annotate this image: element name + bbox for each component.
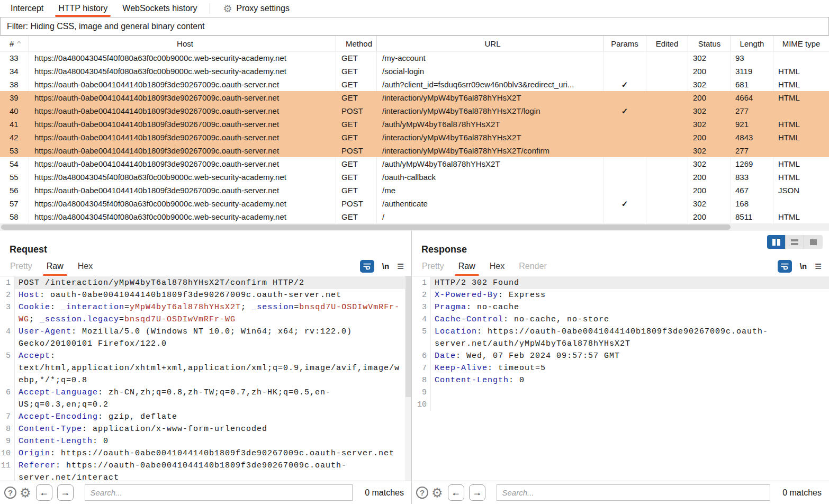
response-raw-editor[interactable]: 1 HTTP/2 302 Found 2 X-Powered-By: Expre… (412, 276, 829, 481)
proxy-tab-label: HTTP history (58, 4, 107, 13)
response-editor-line: 9 (412, 386, 829, 399)
column-header-number[interactable]: # ^ (0, 36, 29, 51)
request-editor-line: 7 Accept-Encoding: gzip, deflate (0, 411, 411, 423)
cell-method: GET (336, 51, 377, 65)
request-vertical-scrollbar[interactable] (405, 276, 411, 481)
request-search-input[interactable] (85, 484, 353, 501)
search-next-button[interactable]: → (469, 484, 485, 501)
editor-menu-icon[interactable]: ≡ (815, 260, 822, 272)
response-view-tab[interactable]: Raw (454, 256, 480, 276)
word-wrap-toggle-button[interactable] (360, 260, 374, 273)
layout-rows-button[interactable] (786, 235, 804, 249)
column-header-host[interactable]: Host (29, 36, 336, 51)
cell-method: POST (336, 104, 377, 118)
proxy-tab[interactable]: WebSockets history (115, 0, 204, 17)
search-settings-gear-icon[interactable]: ⚙ (431, 487, 443, 499)
table-row[interactable]: 57 https://0a480043045f40f080a63f0c00b90… (0, 197, 829, 210)
message-editor-split: Request Pretty Raw Hex (0, 231, 829, 504)
layout-columns-button[interactable] (767, 235, 786, 249)
column-header-url[interactable]: URL (377, 36, 603, 51)
cell-host: https://0a480043045f40f080a63f0c00b9000c… (29, 170, 336, 184)
line-content: X-Powered-By: Express (431, 289, 829, 301)
column-header-edited[interactable]: Edited (646, 36, 688, 51)
cell-status: 200 (688, 184, 731, 197)
cell-length: 168 (731, 197, 773, 210)
tab-proxy-settings[interactable]: ⚙ Proxy settings (215, 0, 297, 17)
cell-edited (646, 65, 688, 78)
line-content: User-Agent: Mozilla/5.0 (Windows NT 10.0… (15, 326, 411, 350)
line-number: 2 (412, 289, 431, 301)
cell-params-checkmark (603, 91, 646, 104)
table-row[interactable]: 42 https://oauth-0abe0041044140b1809f3de… (0, 131, 829, 144)
request-editor-line: 1 POST /interaction/yMpW4byT6al878hYHsX2… (0, 277, 411, 289)
response-editor-line: 6 Date: Wed, 07 Feb 2024 09:57:57 GMT (412, 350, 829, 362)
response-search-input[interactable] (497, 484, 771, 501)
response-editor-line: 1 HTTP/2 302 Found (412, 277, 829, 289)
layout-single-button[interactable] (804, 235, 823, 249)
layout-single-icon (810, 239, 817, 245)
proxy-tab[interactable]: HTTP history (51, 0, 115, 17)
search-previous-button[interactable]: ← (448, 484, 464, 501)
cell-number: 33 (0, 51, 29, 65)
help-icon[interactable]: ? (4, 487, 16, 499)
table-row[interactable]: 33 https://0a480043045f40f080a63f0c00b90… (0, 51, 829, 65)
response-view-tab[interactable]: Hex (485, 256, 509, 276)
word-wrap-toggle-button[interactable] (778, 260, 792, 273)
request-editor-line: 8 Content-Type: application/x-www-form-u… (0, 423, 411, 435)
line-content: Pragma: no-cache (431, 301, 829, 313)
line-content: Content-Length: 0 (431, 374, 829, 386)
line-number: 7 (412, 362, 431, 374)
help-icon[interactable]: ? (416, 487, 428, 499)
proxy-tab[interactable]: Intercept (3, 0, 51, 17)
table-row[interactable]: 54 https://oauth-0abe0041044140b1809f3de… (0, 157, 829, 170)
line-number: 5 (412, 326, 431, 350)
table-row[interactable]: 34 https://0a480043045f40f080a63f0c00b90… (0, 65, 829, 78)
newline-toggle-icon[interactable]: \n (382, 262, 389, 271)
table-row[interactable]: 38 https://oauth-0abe0041044140b1809f3de… (0, 78, 829, 91)
table-row[interactable]: 53 https://oauth-0abe0041044140b1809f3de… (0, 144, 829, 157)
editor-menu-icon[interactable]: ≡ (397, 260, 404, 272)
request-view-tab[interactable]: Raw (42, 256, 68, 276)
cell-mime-type: HTML (773, 91, 829, 104)
column-header-status[interactable]: Status (688, 36, 731, 51)
cell-url: /interaction/yMpW4byT6al878hYHsX2T/confi… (377, 144, 603, 157)
request-editor-line: 10 Origin: https://oauth-0abe0041044140b… (0, 447, 411, 460)
table-row[interactable]: 40 https://oauth-0abe0041044140b1809f3de… (0, 104, 829, 118)
line-number: 6 (412, 350, 431, 362)
table-row[interactable]: 58 https://0a480043045f40f080a63f0c00b90… (0, 210, 829, 223)
filter-bar[interactable]: Filter: Hiding CSS, image and general bi… (0, 17, 829, 35)
table-row[interactable]: 55 https://0a480043045f40f080a63f0c00b90… (0, 170, 829, 184)
cell-url: /me (377, 184, 603, 197)
cell-host: https://0a480043045f40f080a63f0c00b9000c… (29, 210, 336, 223)
request-view-tab[interactable]: Hex (73, 256, 97, 276)
table-row[interactable]: 39 https://oauth-0abe0041044140b1809f3de… (0, 91, 829, 104)
scrollbar-thumb[interactable] (1, 224, 731, 230)
line-number: 7 (0, 411, 15, 423)
cell-status: 302 (688, 118, 731, 131)
column-header-method[interactable]: Method (336, 36, 377, 51)
table-horizontal-scrollbar[interactable] (0, 223, 829, 231)
request-editor-line: 6 Accept-Language: zh-CN,zh;q=0.8,zh-TW;… (0, 386, 411, 411)
cell-edited (646, 51, 688, 65)
response-view-tab[interactable]: Pretty (417, 256, 449, 276)
request-raw-editor[interactable]: 1 POST /interaction/yMpW4byT6al878hYHsX2… (0, 276, 411, 481)
column-header-params[interactable]: Params (603, 36, 646, 51)
search-next-button[interactable]: → (57, 484, 74, 501)
search-settings-gear-icon[interactable]: ⚙ (20, 487, 31, 499)
cell-url: /oauth-callback (377, 170, 603, 184)
cell-edited (646, 184, 688, 197)
newline-toggle-icon[interactable]: \n (800, 262, 807, 271)
scrollbar-thumb[interactable] (406, 276, 411, 397)
table-row[interactable]: 41 https://oauth-0abe0041044140b1809f3de… (0, 118, 829, 131)
response-view-tab[interactable]: Render (514, 256, 551, 276)
line-number: 8 (0, 423, 15, 435)
line-content: Cache-Control: no-cache, no-store (431, 313, 829, 326)
http-history-table: # ^ Host Method URL Params Edited Status… (0, 35, 829, 231)
table-row[interactable]: 56 https://oauth-0abe0041044140b1809f3de… (0, 184, 829, 197)
cell-url: /auth/yMpW4byT6al878hYHsX2T (377, 118, 603, 131)
request-view-tab[interactable]: Pretty (5, 256, 37, 276)
cell-number: 39 (0, 91, 29, 104)
column-header-length[interactable]: Length (731, 36, 773, 51)
search-previous-button[interactable]: ← (36, 484, 52, 501)
column-header-mime-type[interactable]: MIME type (773, 36, 829, 51)
